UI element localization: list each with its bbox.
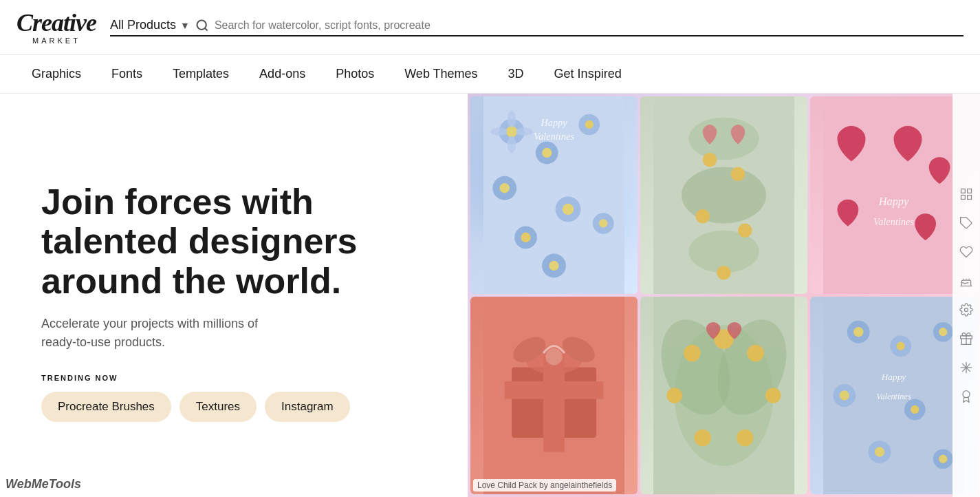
svg-point-0 bbox=[197, 20, 206, 29]
svg-rect-75 bbox=[961, 195, 966, 200]
svg-point-4 bbox=[506, 126, 517, 137]
svg-point-20 bbox=[508, 136, 516, 153]
search-icon bbox=[195, 19, 209, 32]
svg-point-8 bbox=[585, 120, 594, 129]
hero-subtitle: Accelerate your projects with millions o… bbox=[41, 315, 426, 352]
trending-tags: Procreate Brushes Textures Instagram bbox=[41, 392, 426, 422]
svg-point-64 bbox=[840, 390, 849, 400]
mosaic-card-2 bbox=[640, 96, 807, 294]
svg-point-62 bbox=[939, 328, 947, 336]
svg-point-53 bbox=[765, 388, 781, 403]
svg-point-78 bbox=[965, 308, 968, 312]
svg-text:Happy: Happy bbox=[878, 195, 909, 208]
logo[interactable]: Creative MARKET bbox=[17, 10, 96, 45]
svg-point-19 bbox=[508, 111, 516, 128]
svg-point-14 bbox=[521, 233, 530, 242]
svg-point-27 bbox=[682, 167, 766, 224]
nav-item-get-inspired[interactable]: Get Inspired bbox=[539, 55, 637, 93]
svg-text:Valentines: Valentines bbox=[873, 216, 914, 227]
svg-point-32 bbox=[738, 224, 752, 238]
svg-point-21 bbox=[490, 127, 508, 136]
svg-point-70 bbox=[939, 455, 947, 463]
svg-point-60 bbox=[897, 342, 905, 350]
svg-text:Valentines: Valentines bbox=[534, 131, 574, 142]
svg-point-44 bbox=[545, 348, 563, 366]
svg-point-31 bbox=[696, 209, 710, 224]
svg-rect-74 bbox=[968, 189, 972, 193]
svg-point-6 bbox=[542, 148, 552, 158]
search-area: All Products ▼ bbox=[110, 18, 963, 36]
sidebar-icon-gift[interactable] bbox=[958, 330, 974, 347]
svg-point-12 bbox=[563, 204, 574, 215]
main-nav: Graphics Fonts Templates Add-ons Photos … bbox=[0, 55, 980, 94]
svg-point-52 bbox=[666, 388, 682, 403]
image-mosaic: Happy Valentines bbox=[468, 94, 980, 497]
image-caption: Love Child Pack by angelainthefields bbox=[473, 479, 616, 491]
nav-item-fonts[interactable]: Fonts bbox=[96, 55, 157, 93]
svg-rect-76 bbox=[968, 195, 972, 200]
hero-left: Join forces with talented designers arou… bbox=[0, 94, 468, 497]
header: Creative MARKET All Products ▼ bbox=[0, 0, 980, 55]
svg-text:Valentines: Valentines bbox=[876, 392, 911, 401]
right-sidebar bbox=[952, 94, 980, 497]
svg-point-51 bbox=[747, 345, 764, 362]
tag-procreate-brushes[interactable]: Procreate Brushes bbox=[41, 392, 171, 422]
svg-point-26 bbox=[688, 118, 759, 160]
logo-creative-text: Creative bbox=[17, 10, 96, 35]
all-products-label: All Products bbox=[110, 18, 176, 32]
watermark: WebMeTools bbox=[6, 477, 81, 491]
nav-item-graphics[interactable]: Graphics bbox=[17, 55, 96, 93]
mosaic-card-4 bbox=[470, 297, 638, 494]
svg-point-33 bbox=[717, 266, 731, 280]
sidebar-icon-snowflake[interactable] bbox=[958, 359, 974, 376]
svg-point-50 bbox=[684, 345, 701, 362]
svg-point-10 bbox=[500, 183, 510, 193]
mosaic-card-5 bbox=[640, 297, 807, 494]
svg-point-29 bbox=[703, 153, 717, 167]
logo-market-text: MARKET bbox=[32, 36, 80, 45]
nav-item-web-themes[interactable]: Web Themes bbox=[389, 55, 492, 93]
svg-text:Happy: Happy bbox=[881, 372, 906, 382]
sidebar-icon-grid[interactable] bbox=[958, 186, 974, 202]
svg-point-55 bbox=[737, 430, 754, 447]
search-input[interactable] bbox=[215, 19, 963, 32]
svg-point-85 bbox=[963, 391, 970, 398]
sidebar-icon-cake[interactable] bbox=[958, 273, 974, 289]
svg-point-58 bbox=[853, 327, 863, 337]
svg-text:Happy: Happy bbox=[540, 117, 567, 128]
svg-point-18 bbox=[549, 261, 558, 271]
nav-item-photos[interactable]: Photos bbox=[320, 55, 389, 93]
svg-rect-73 bbox=[961, 189, 966, 193]
sidebar-icon-heart[interactable] bbox=[958, 244, 974, 260]
nav-item-3d[interactable]: 3D bbox=[493, 55, 539, 93]
svg-point-68 bbox=[875, 447, 884, 456]
nav-item-addons[interactable]: Add-ons bbox=[244, 55, 320, 93]
tag-instagram[interactable]: Instagram bbox=[265, 392, 350, 422]
main-content: Join forces with talented designers arou… bbox=[0, 94, 980, 497]
svg-point-22 bbox=[516, 127, 533, 136]
nav-item-templates[interactable]: Templates bbox=[157, 55, 244, 93]
sidebar-icon-ribbon[interactable] bbox=[958, 388, 974, 405]
sidebar-icon-settings[interactable] bbox=[958, 302, 974, 318]
tag-textures[interactable]: Textures bbox=[179, 392, 257, 422]
all-products-button[interactable]: All Products ▼ bbox=[110, 18, 190, 32]
sidebar-icon-tag[interactable] bbox=[958, 215, 974, 231]
svg-point-54 bbox=[694, 430, 711, 447]
hero-image: Happy Valentines bbox=[468, 94, 980, 497]
svg-rect-40 bbox=[505, 381, 604, 399]
hero-title: Join forces with talented designers arou… bbox=[41, 182, 426, 301]
chevron-down-icon: ▼ bbox=[180, 20, 190, 31]
svg-point-30 bbox=[731, 167, 745, 182]
trending-label: TRENDING NOW bbox=[41, 374, 426, 382]
mosaic-card-1: Happy Valentines bbox=[470, 96, 638, 294]
svg-point-66 bbox=[911, 405, 919, 414]
svg-point-16 bbox=[599, 219, 607, 227]
svg-line-1 bbox=[205, 28, 208, 30]
